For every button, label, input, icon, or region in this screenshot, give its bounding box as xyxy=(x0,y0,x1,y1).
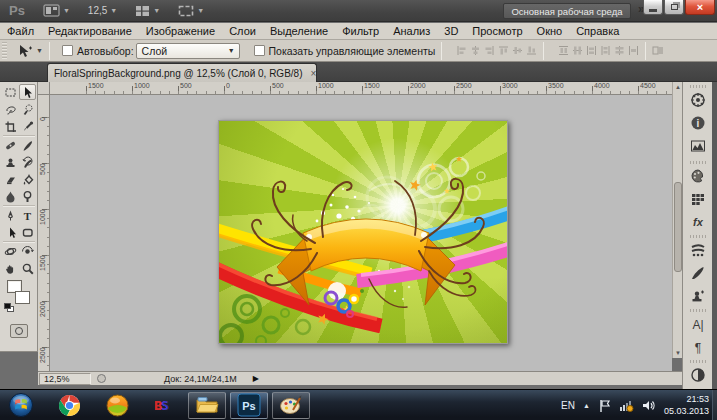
vertical-ruler[interactable]: 05001000150020002500 xyxy=(38,95,50,371)
panel-grip[interactable] xyxy=(690,85,706,88)
sphere-app-taskbar-item[interactable] xyxy=(102,391,132,419)
restore-button[interactable] xyxy=(664,0,684,15)
zoom-level-value[interactable]: 12,5 xyxy=(88,5,107,16)
menu-item[interactable]: Просмотр xyxy=(465,24,529,38)
rectangle-shape-tool[interactable] xyxy=(19,224,36,240)
tab-close-icon[interactable]: × xyxy=(308,68,318,79)
action-center-flag-icon[interactable] xyxy=(598,399,611,413)
menu-item[interactable]: Выделение xyxy=(263,24,335,38)
adjustments-panel-button[interactable] xyxy=(686,365,710,385)
panel-grip[interactable] xyxy=(690,235,706,238)
explorer-taskbar-button[interactable] xyxy=(188,392,226,419)
distribute-horizontal-centers-button[interactable] xyxy=(614,45,625,56)
chrome-taskbar-item[interactable] xyxy=(54,391,84,419)
3d-rotate-tool[interactable] xyxy=(2,243,19,259)
network-icon[interactable] xyxy=(619,399,634,412)
background-color-swatch[interactable] xyxy=(15,291,30,304)
character-panel-button[interactable]: A| xyxy=(686,314,710,334)
panel-grip[interactable] xyxy=(690,360,706,363)
menu-item[interactable]: Анализ xyxy=(386,24,437,38)
launch-bridge-button[interactable]: ▼ xyxy=(43,4,70,17)
screen-mode-button[interactable]: ▼ xyxy=(178,5,204,17)
document-tab[interactable]: FloralSpringBackground.png @ 12,5% (Слой… xyxy=(47,63,317,82)
info-panel-button[interactable]: i xyxy=(686,113,710,133)
histogram-panel-button[interactable] xyxy=(686,136,710,156)
rectangular-marquee-tool[interactable] xyxy=(2,84,19,100)
distribute-bottom-edges-button[interactable] xyxy=(586,45,597,56)
menu-item[interactable]: Фильтр xyxy=(335,24,386,38)
menu-item[interactable]: Редактирование xyxy=(41,24,139,38)
color-panel-button[interactable] xyxy=(686,166,710,186)
align-left-edges-button[interactable] xyxy=(456,45,467,56)
minimize-button[interactable] xyxy=(643,0,663,15)
hidden-icons-chevron[interactable]: ▲ xyxy=(583,402,590,409)
speaker-icon[interactable] xyxy=(642,399,656,412)
photoshop-taskbar-button[interactable]: Ps xyxy=(230,392,268,419)
hand-tool[interactable] xyxy=(2,260,19,276)
paragraph-panel-button[interactable]: ¶ xyxy=(686,337,710,357)
document-canvas[interactable] xyxy=(218,120,508,344)
clone-source-panel-button[interactable] xyxy=(686,286,710,306)
distribute-right-edges-button[interactable] xyxy=(628,45,639,56)
default-colors-icon[interactable] xyxy=(4,303,11,309)
autoselect-target-dropdown[interactable]: Слой ▼ xyxy=(136,43,240,59)
arrange-documents-button[interactable]: ▼ xyxy=(135,5,160,17)
dodge-tool[interactable] xyxy=(19,188,36,204)
bs-player-taskbar-item[interactable]: BS xyxy=(146,391,176,419)
align-right-edges-button[interactable] xyxy=(484,45,495,56)
autoselect-checkbox[interactable] xyxy=(62,45,73,56)
auto-align-layers-button[interactable] xyxy=(652,45,665,56)
quick-mask-button[interactable] xyxy=(10,324,28,338)
menu-item[interactable]: Справка xyxy=(569,24,626,38)
close-button[interactable]: × xyxy=(685,0,715,15)
align-horizontal-centers-button[interactable] xyxy=(470,45,481,56)
quick-selection-tool[interactable] xyxy=(19,101,36,117)
menu-item[interactable]: Окно xyxy=(530,24,570,38)
zoom-tool[interactable] xyxy=(19,260,36,276)
history-brush-tool[interactable] xyxy=(19,154,36,170)
path-selection-tool[interactable] xyxy=(2,224,19,240)
3d-orbit-tool[interactable] xyxy=(19,243,36,259)
workspace-switcher-button[interactable]: Основная рабочая среда xyxy=(503,3,631,19)
panel-grip[interactable] xyxy=(690,161,706,164)
start-button[interactable] xyxy=(6,391,36,419)
brush-panel-button[interactable] xyxy=(686,263,710,283)
show-transform-controls-checkbox[interactable] xyxy=(254,45,265,56)
zoom-level-control[interactable]: 12,5 ▼ xyxy=(88,5,117,16)
move-tool[interactable] xyxy=(19,84,36,100)
language-indicator[interactable]: EN xyxy=(561,400,575,411)
tool-preset-picker[interactable]: ▼ xyxy=(15,44,43,58)
vertical-scrollbar[interactable]: ▲ ▼ xyxy=(672,82,682,358)
menu-item[interactable]: 3D xyxy=(437,24,465,38)
brush-tool[interactable] xyxy=(19,137,36,153)
canvas-pasteboard[interactable] xyxy=(50,95,672,371)
styles-panel-button[interactable]: fx xyxy=(686,212,710,232)
horizontal-ruler[interactable]: 1500100050005001000150020002500300035004… xyxy=(50,82,672,95)
status-zoom-field[interactable]: 12,5% xyxy=(39,373,91,385)
panel-grip[interactable] xyxy=(690,309,706,312)
lasso-tool[interactable] xyxy=(2,101,19,117)
align-bottom-edges-button[interactable] xyxy=(526,45,537,56)
navigator-panel-button[interactable] xyxy=(686,90,710,110)
paint-bucket-tool[interactable] xyxy=(19,171,36,187)
swatches-panel-button[interactable] xyxy=(686,189,710,209)
show-desktop-button[interactable] xyxy=(712,390,717,420)
pen-tool[interactable] xyxy=(2,207,19,223)
eraser-tool[interactable] xyxy=(2,171,19,187)
clone-stamp-tool[interactable] xyxy=(2,154,19,170)
tray-clock[interactable]: 21:53 05.03.2013 xyxy=(664,394,709,417)
menu-item[interactable]: Слои xyxy=(222,24,263,38)
align-top-edges-button[interactable] xyxy=(498,45,509,56)
menu-item[interactable]: Файл xyxy=(0,24,41,38)
align-vertical-centers-button[interactable] xyxy=(512,45,523,56)
eyedropper-tool[interactable] xyxy=(19,118,36,134)
menu-item[interactable]: Изображение xyxy=(139,24,222,38)
ruler-origin-corner[interactable] xyxy=(38,82,50,95)
spot-healing-brush-tool[interactable] xyxy=(2,137,19,153)
distribute-left-edges-button[interactable] xyxy=(600,45,611,56)
type-tool[interactable]: T xyxy=(19,207,36,223)
blur-tool[interactable] xyxy=(2,188,19,204)
brush-presets-panel-button[interactable] xyxy=(686,240,710,260)
scrollbar-thumb[interactable] xyxy=(674,182,682,272)
paint-taskbar-button[interactable] xyxy=(272,392,310,419)
